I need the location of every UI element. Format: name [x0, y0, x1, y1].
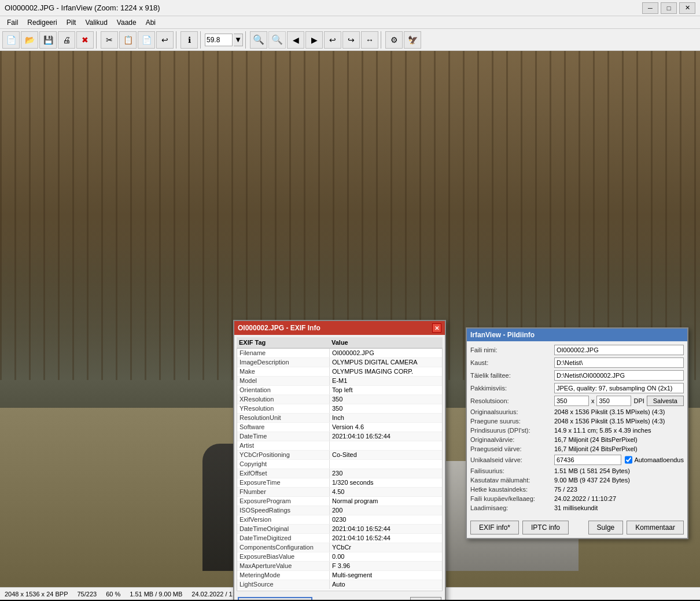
exif-tag: DateTimeDigitized	[237, 534, 330, 543]
new-button[interactable]: 📄	[2, 31, 20, 49]
index-value: 75 / 223	[554, 486, 684, 493]
exif-val: Multi-segment	[330, 571, 442, 580]
exif-val: Inch	[330, 414, 442, 422]
menu-abi[interactable]: Abi	[141, 17, 160, 28]
prev-button[interactable]: ◀	[287, 31, 304, 49]
exif-table[interactable]: FilenameOI000002.JPGImageDescriptionOLYM…	[237, 348, 443, 591]
exif-tag: MaxApertureValue	[237, 562, 330, 570]
delete-button[interactable]: ✖	[76, 31, 94, 49]
printsize-label: Prindisuurus (DPI'st):	[470, 427, 554, 434]
exif-row: Artist	[237, 441, 442, 451]
exif-val: 350	[330, 395, 442, 404]
resolution-inputs: x DPI Salvesta	[554, 396, 684, 406]
exif-val	[330, 460, 442, 469]
autocount-checkbox[interactable]	[625, 455, 632, 465]
copy-to-clipboard-button[interactable]: Copy to clipboard	[238, 597, 312, 600]
plugin-button[interactable]: 🦅	[404, 31, 421, 49]
minimize-button[interactable]: ─	[642, 2, 658, 14]
exif-row: XResolution350	[237, 395, 442, 404]
titlebar-controls: ─ □ ✕	[642, 2, 695, 14]
unique-input[interactable]	[554, 455, 621, 465]
paste-button[interactable]: 📄	[138, 31, 155, 49]
origsize-label: Originaalsuurius:	[470, 408, 554, 415]
folder-input[interactable]	[554, 357, 684, 368]
unique-value: Automaatloendus	[554, 455, 684, 465]
filesize-label: Failisuurius:	[470, 467, 554, 474]
zoom-input[interactable]	[205, 34, 233, 46]
autocount-checkbox-label[interactable]: Automaatloendus	[625, 455, 684, 465]
menu-valikud[interactable]: Valikud	[80, 17, 112, 28]
rotate-right-button[interactable]: ↪	[342, 31, 360, 49]
resolution-save-button[interactable]: Salvesta	[647, 396, 684, 406]
exif-val: 2021:04:10 16:52:44	[330, 525, 442, 533]
iptc-button[interactable]: IPTC info	[522, 521, 569, 534]
exif-row: DateTime2021:04:10 16:52:44	[237, 432, 442, 441]
exif-row: ImageDescriptionOLYMPUS DIGITAL CAMERA	[237, 358, 442, 367]
exif-col1-header: EXIF Tag	[239, 339, 331, 346]
info-row-unique: Unikaalseid värve: Automaatloendus	[470, 455, 684, 465]
exif-tag: ComponentsConfiguration	[237, 543, 330, 552]
info-row-compress: Pakkimisviis:	[470, 383, 684, 393]
info-row-loadtime: Laadimisaeg: 31 millisekundit	[470, 504, 684, 511]
exif-tag: Copyright	[237, 460, 330, 469]
exif-row: YResolution350	[237, 404, 442, 414]
undo-button[interactable]: ↩	[156, 31, 174, 49]
menu-pilt[interactable]: Pilt	[62, 17, 81, 28]
exif-val: 0.00	[330, 552, 442, 561]
curcolor-label: Praeguseid värve:	[470, 445, 554, 452]
cut-button[interactable]: ✂	[101, 31, 118, 49]
maximize-button[interactable]: □	[661, 2, 677, 14]
exif-row: MeteringModeMulti-segment	[237, 571, 442, 580]
exif-row: SoftwareVersion 4.6	[237, 423, 442, 432]
next-button[interactable]: ▶	[305, 31, 323, 49]
open-button[interactable]: 📂	[21, 31, 38, 49]
origcolor-label: Originaalvärvie:	[470, 436, 554, 443]
filename-input[interactable]	[554, 345, 684, 355]
info-row-datetime: Faili kuupäev/kellaaeg: 24.02.2022 / 11:…	[470, 495, 684, 502]
fullpath-input[interactable]	[554, 370, 684, 381]
copy-button[interactable]: 📋	[119, 31, 137, 49]
resolution-value: x DPI Salvesta	[554, 396, 684, 406]
info-row-origcolor: Originaalvärvie: 16,7 Miljonit (24 BitsP…	[470, 436, 684, 443]
resolution-y-input[interactable]	[596, 396, 631, 406]
settings-button[interactable]: ⚙	[385, 31, 403, 49]
info-row-index: Hetke kaustaindeks: 75 / 223	[470, 486, 684, 493]
exif-info-button[interactable]: EXIF info*	[470, 521, 519, 534]
info-button[interactable]: ℹ	[180, 31, 198, 49]
save-button[interactable]: 💾	[39, 31, 57, 49]
exif-col2-header: Value	[331, 339, 440, 346]
origsize-value: 2048 x 1536 Pikslit (3.15 MPixels) (4:3)	[554, 408, 684, 415]
exif-row: ExposureProgramNormal program	[237, 497, 442, 506]
titlebar: OI000002.JPG - IrfanView (Zoom: 1224 x 9…	[0, 0, 700, 16]
print-button[interactable]: 🖨	[58, 31, 75, 49]
exif-tag: Model	[237, 377, 330, 385]
zoom-in-button[interactable]: 🔍	[250, 31, 267, 49]
zoom-out-button[interactable]: 🔍	[268, 31, 286, 49]
compress-input[interactable]	[554, 383, 684, 393]
menu-redigeeri[interactable]: Redigeeri	[23, 17, 61, 28]
exif-tag: ExposureTime	[237, 478, 330, 487]
kommentaar-button[interactable]: Kommentaar	[627, 521, 684, 534]
resolution-x-input[interactable]	[554, 396, 589, 406]
loadtime-value: 31 millisekundit	[554, 504, 684, 511]
exif-row: DateTimeOriginal2021:04:10 16:52:44	[237, 525, 442, 534]
menu-fail[interactable]: Fail	[2, 17, 23, 28]
close-button[interactable]: ✕	[679, 2, 695, 14]
exif-val: YCbCr	[330, 543, 442, 552]
info-buttons: EXIF info* IPTC info Sulge Kommentaar	[467, 517, 687, 538]
menu-vaade[interactable]: Vaade	[112, 17, 141, 28]
autocount-label: Automaatloendus	[634, 456, 684, 463]
exif-exit-button[interactable]: Exit	[410, 597, 441, 600]
exif-val: OLYMPUS IMAGING CORP.	[330, 367, 442, 376]
zoom-dropdown[interactable]: ▼	[234, 34, 243, 46]
flip-button[interactable]: ↔	[361, 31, 378, 49]
exif-row: ExposureBiasValue0.00	[237, 552, 442, 562]
sulge-button[interactable]: Sulge	[588, 521, 624, 534]
index-label: Hetke kaustaindeks:	[470, 486, 554, 493]
exif-close-button[interactable]: ✕	[432, 323, 441, 333]
rotate-left-button[interactable]: ↩	[324, 31, 341, 49]
info-row-memory: Kasutatav mälumaht: 9.00 MB (9 437 224 B…	[470, 477, 684, 484]
info-btn-group-left: EXIF info* IPTC info	[470, 521, 569, 534]
exif-val: F 3.96	[330, 562, 442, 570]
status-dimensions: 2048 x 1536 x 24 BPP	[5, 591, 68, 598]
